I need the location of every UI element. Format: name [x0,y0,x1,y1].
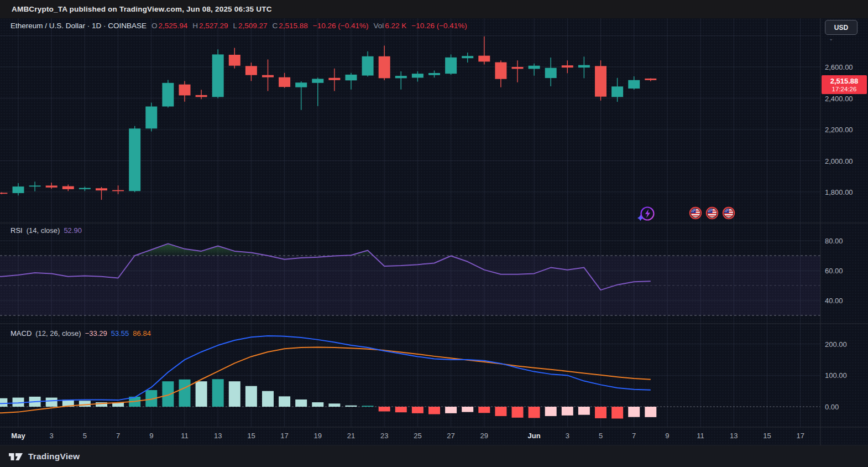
candle [562,60,573,73]
price-axis-label: 1,800.00 [825,188,853,196]
currency-toggle-button[interactable]: USD [825,20,857,35]
high-value: 2,527.29 [199,22,228,30]
macd-line-value: 53.55 [111,329,129,338]
candle [578,56,590,78]
rsi-axis-label: 40.00 [825,297,843,305]
candle [46,183,57,189]
pane-separators [0,18,868,445]
symbol-title[interactable]: Ethereum / U.S. Dollar · 1D · COINBASE [11,22,147,30]
candle [295,81,307,110]
candle [62,184,74,191]
symbol-legend[interactable]: Ethereum / U.S. Dollar · 1D · COINBASE O… [11,22,467,30]
candle [412,71,423,82]
time-tick-label: 7 [632,432,636,440]
time-tick-label: 3 [566,432,569,440]
candle [545,58,557,86]
candle [262,59,274,91]
last-price-value: 2,515.88 [822,77,867,85]
volume-label: Vol [373,22,384,30]
candle [13,183,24,195]
candle [346,73,357,90]
time-tick-label: 15 [247,432,255,440]
candle [445,54,457,75]
open-label: O [151,22,158,30]
open-value: 2,525.94 [159,22,188,30]
candle [328,69,340,91]
rsi-params: (14, close) [27,226,60,235]
time-tick-label: 9 [149,432,153,440]
rsi-legend[interactable]: RSI (14, close) 52.90 [11,226,82,235]
candle [162,80,174,107]
rsi-title[interactable]: RSI [11,226,23,235]
rsi-axis-label: 80.00 [825,237,843,245]
candle [229,48,240,69]
macd-title[interactable]: MACD [11,329,32,338]
change-value: −10.26 (−0.41%) [313,22,369,30]
footer-bar: TradingView [0,445,868,467]
currency-toggle-label: USD [834,24,848,32]
us-flag-icon[interactable] [707,207,718,219]
last-price-badge: 2,515.88 17:24:26 [822,75,867,94]
candle [312,77,323,106]
lightning-icon[interactable] [634,204,658,224]
chart-canvas[interactable] [0,0,868,467]
candle [112,185,124,194]
candle [245,63,257,81]
candle [529,64,540,76]
time-tick-label: 29 [480,432,488,440]
macd-axis-label: 100.00 [825,371,847,380]
low-value: 2,509.27 [238,22,268,30]
time-tick-label: 23 [380,432,388,440]
candle [628,76,640,90]
time-tick-label: 21 [347,432,355,440]
tradingview-brand-link[interactable]: TradingView [28,452,80,461]
rsi-value: 52.90 [64,226,82,235]
high-label: H [192,22,198,30]
time-tick-label: 17 [796,432,804,440]
time-axis[interactable]: May357911131517192123252729Jun3579111315… [0,427,820,445]
macd-signal-value: 86.84 [133,329,151,338]
volume-change-value: −10.26 (−0.41%) [411,22,467,30]
candle [96,187,107,200]
time-tick-label: 17 [280,432,288,440]
candle [478,37,490,65]
bar-countdown: 17:24:26 [822,86,867,93]
time-tick-label: 11 [697,432,704,440]
macd-params: (12, 26, close) [35,329,81,338]
chevron-down-icon[interactable]: ⌄ [829,35,833,41]
time-tick-label: 7 [116,432,120,440]
price-axis-label: 2,000.00 [825,157,853,165]
publish-banner-text: AMBCrypto_TA published on TradingView.co… [12,5,272,13]
candle [395,71,407,90]
time-tick-label: 13 [214,432,222,440]
time-tick-label: 19 [314,432,322,440]
macd-legend[interactable]: MACD (12, 26, close) −33.29 53.55 86.84 [11,329,151,338]
us-flag-icon[interactable] [690,207,701,219]
time-tick-label: 3 [50,432,54,440]
time-tick-label: 13 [730,432,738,440]
candlestick-series [0,37,656,200]
time-tick-label: 15 [763,432,771,440]
low-label: L [233,22,237,30]
macd-axis-label: 0.00 [825,403,839,411]
macd-axis-label: 200.00 [825,340,847,348]
candle [428,70,440,77]
price-gridlines [0,36,820,193]
price-axis-label: 2,400.00 [825,94,853,102]
price-axis-label: 2,600.00 [825,63,853,71]
time-tick-label: 5 [599,432,603,440]
us-flag-event-icons[interactable] [688,206,738,220]
candle [145,102,157,131]
candle [379,46,390,80]
us-flag-icon[interactable] [723,207,734,219]
time-tick-label: 27 [447,432,454,440]
macd-histogram [0,379,656,418]
candle [362,51,374,77]
candle [595,60,606,101]
rsi-gridlines [0,241,820,315]
tradingview-logo-icon[interactable] [8,452,23,461]
candle [196,90,207,99]
candle [512,60,524,82]
candle [0,193,7,194]
time-tick-label: 9 [665,432,669,440]
